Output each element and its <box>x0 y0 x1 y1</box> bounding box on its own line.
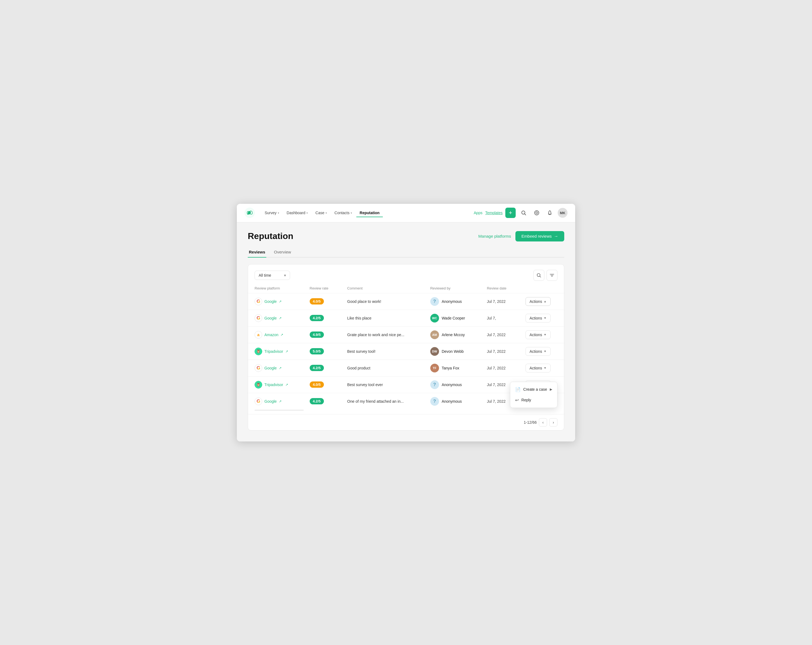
comment-text: One of my friend attached an in... <box>347 399 404 404</box>
reviewer-avatar: TF <box>430 364 439 372</box>
page-header-actions: Manage platforms Embeed reviews → <box>478 231 564 241</box>
chevron-down-icon: ▾ <box>325 212 327 215</box>
search-filter-button[interactable] <box>533 270 544 281</box>
chevron-icon: ▼ <box>544 333 546 336</box>
nav-contacts[interactable]: Contacts ▾ <box>331 209 355 217</box>
actions-label: Actions <box>530 332 542 337</box>
time-filter-dropdown[interactable]: All time ▾ <box>255 271 290 280</box>
google-platform-icon: G <box>255 398 262 405</box>
reply-item[interactable]: ↩ Reply <box>510 395 557 406</box>
platform-cell[interactable]: 🦉 Tripadvisor ↗ <box>255 348 296 355</box>
reviewer-avatar: WC <box>430 314 439 322</box>
comment-text: Good place to work! <box>347 299 382 304</box>
actions-button[interactable]: Actions ▼ <box>525 364 551 372</box>
settings-icon-button[interactable] <box>531 207 542 218</box>
nav-survey[interactable]: Survey ▾ <box>261 209 282 217</box>
nav-dashboard[interactable]: Dashboard ▾ <box>284 209 311 217</box>
platform-cell[interactable]: a Amazon ↗ <box>255 331 296 339</box>
col-platform: Review platform <box>248 283 303 293</box>
reviewer-cell: WC Wade Cooper <box>430 314 474 322</box>
reply-icon: ↩ <box>515 398 519 403</box>
amazon-platform-icon: a <box>255 331 262 339</box>
table-row: G Google ↗ 4.2/5 Like this place WC Wade… <box>248 310 564 326</box>
filter-options-button[interactable] <box>546 270 557 281</box>
reviews-card: All time ▾ Review platform Review <box>248 264 564 430</box>
actions-button[interactable]: Actions ▼ <box>525 314 551 322</box>
chevron-icon: ▼ <box>544 350 546 353</box>
reviewer-name: Tanya Fox <box>442 366 459 370</box>
chevron-down-icon: ▾ <box>351 212 352 215</box>
external-link-icon: ↗ <box>285 383 288 387</box>
col-date: Review date <box>480 283 519 293</box>
svg-point-4 <box>536 212 538 214</box>
app-window: Survey ▾ Dashboard ▾ Case ▾ Contacts ▾ R… <box>237 204 575 441</box>
nav-reputation[interactable]: Reputation <box>356 209 383 217</box>
reviewer-avatar: ? <box>430 380 439 389</box>
scroll-hint <box>255 410 304 411</box>
review-date: Jul 7, 2022 <box>487 299 505 304</box>
pagination-prev-button[interactable]: ‹ <box>539 418 547 427</box>
actions-button[interactable]: Actions ▲ <box>525 297 551 306</box>
platform-name: Google <box>264 316 277 320</box>
platform-cell[interactable]: 🦉 Tripadvisor ↗ <box>255 381 296 389</box>
review-date: Jul 7, 2022 <box>487 349 505 354</box>
card-toolbar: All time ▾ <box>248 264 564 283</box>
search-icon-button[interactable] <box>518 207 529 218</box>
platform-cell[interactable]: G Google ↗ <box>255 298 296 305</box>
tab-reviews[interactable]: Reviews <box>248 247 266 258</box>
embed-reviews-button[interactable]: Embeed reviews → <box>516 231 564 241</box>
main-content: Reputation Manage platforms Embeed revie… <box>237 223 575 441</box>
nav-add-button[interactable]: + <box>505 207 516 218</box>
actions-button[interactable]: Actions ▼ <box>525 347 551 356</box>
page-title: Reputation <box>248 231 293 241</box>
comment-text: Like this place <box>347 316 372 320</box>
reviewer-avatar: DW <box>430 347 439 356</box>
reviewer-name: Anonymous <box>442 383 462 387</box>
reviewer-name: Wade Cooper <box>442 316 465 320</box>
svg-point-1 <box>249 211 251 213</box>
pagination-info: 1-12/66 <box>524 420 537 425</box>
table-row: a Amazon ↗ 4.9/5 Grate place to work and… <box>248 326 564 343</box>
actions-label: Actions <box>530 349 542 354</box>
platform-cell[interactable]: G Google ↗ <box>255 364 296 372</box>
tripadvisor-platform-icon: 🦉 <box>255 381 262 389</box>
external-link-icon: ↗ <box>285 349 288 353</box>
table-row: 🦉 Tripadvisor ↗ 5.0/5 Best survey tool! … <box>248 343 564 360</box>
nav-apps-link[interactable]: Apps <box>474 210 482 215</box>
reviewer-name: Anonymous <box>442 299 462 304</box>
nav-templates-link[interactable]: Templates <box>485 210 502 215</box>
reviewer-cell: ? Anonymous <box>430 297 474 306</box>
tab-overview[interactable]: Overview <box>273 247 292 258</box>
chevron-down-icon: ▾ <box>284 273 286 278</box>
review-date: Jul 7, 2022 <box>487 383 505 387</box>
manage-platforms-link[interactable]: Manage platforms <box>478 234 511 238</box>
review-date: Jul 7, 2022 <box>487 332 505 337</box>
external-link-icon: ↗ <box>281 333 283 337</box>
rating-badge: 4.2/5 <box>310 365 324 371</box>
reviewer-name: Anonymous <box>442 399 462 404</box>
review-date: Jul 7, 2022 <box>487 366 505 370</box>
rating-badge: 4.2/5 <box>310 398 324 404</box>
actions-button[interactable]: Actions ▼ <box>525 331 551 339</box>
platform-name: Google <box>264 399 277 404</box>
platform-cell[interactable]: G Google ↗ <box>255 314 296 322</box>
user-avatar[interactable]: MK <box>558 208 568 218</box>
platform-cell[interactable]: G Google ↗ <box>255 398 296 405</box>
notifications-icon-button[interactable] <box>545 207 555 218</box>
rating-badge: 5.0/5 <box>310 348 324 354</box>
svg-line-3 <box>525 214 526 215</box>
arrow-right-icon: → <box>554 234 558 239</box>
navbar: Survey ▾ Dashboard ▾ Case ▾ Contacts ▾ R… <box>237 204 575 223</box>
col-reviewer: Reviewed by <box>424 283 481 293</box>
chevron-icon: ▼ <box>544 366 546 369</box>
chevron-down-icon: ▾ <box>307 212 308 215</box>
actions-dropdown: 📄 Create a case ▶ ↩ Reply <box>510 382 557 408</box>
reviewer-cell: TF Tanya Fox <box>430 364 474 372</box>
create-case-item[interactable]: 📄 Create a case ▶ <box>510 384 557 395</box>
nav-right: Apps Templates + MK <box>474 207 568 218</box>
nav-case[interactable]: Case ▾ <box>312 209 330 217</box>
logo[interactable] <box>244 207 255 218</box>
pagination-next-button[interactable]: › <box>549 418 557 427</box>
chevron-icon: ▼ <box>544 317 546 320</box>
platform-name: Google <box>264 366 277 370</box>
